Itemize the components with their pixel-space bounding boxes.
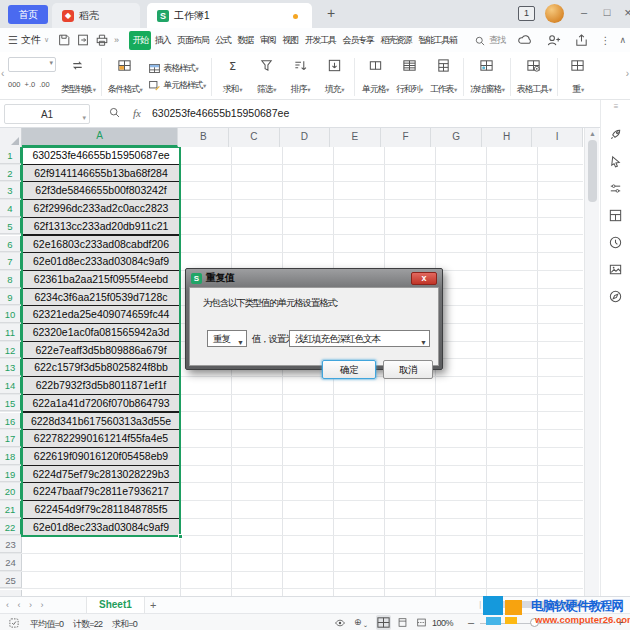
scroll-up-icon[interactable]: ▲ bbox=[589, 130, 596, 137]
row-header-6[interactable]: 6 bbox=[0, 236, 22, 253]
row-header-23[interactable]: 23 bbox=[0, 536, 22, 553]
ribbon-button-条件格式[interactable]: 条件格式▾ bbox=[105, 55, 145, 99]
row-header-11[interactable]: 11 bbox=[0, 324, 22, 341]
add-sheet-button[interactable]: + bbox=[150, 599, 156, 611]
grid-body[interactable]: 1234567891011121314151617181920212223242… bbox=[0, 147, 583, 596]
locate-target-icon[interactable]: ⊕ ˬ bbox=[354, 617, 367, 627]
ribbon-button-类型转换[interactable]: 类型转换▾ bbox=[58, 55, 98, 99]
number-format-combobox[interactable] bbox=[8, 57, 56, 72]
menu-公式[interactable]: 公式 bbox=[212, 31, 234, 50]
more-dots-icon[interactable]: ⋮ bbox=[600, 35, 610, 46]
menu-会员专享[interactable]: 会员专享 bbox=[339, 31, 377, 50]
document-count-badge[interactable]: 1 bbox=[518, 6, 535, 21]
row-header-24[interactable]: 24 bbox=[0, 554, 22, 571]
cell-A6[interactable]: 62e16803c233ad08cabdf206 bbox=[22, 235, 180, 254]
upload-share-icon[interactable] bbox=[574, 33, 589, 48]
column-header-I[interactable]: I bbox=[532, 128, 583, 147]
column-header-G[interactable]: G bbox=[431, 128, 482, 147]
sheet-nav-arrows[interactable]: ‹ ‹ › › bbox=[6, 600, 47, 610]
avatar[interactable] bbox=[545, 4, 564, 23]
page-break-view-button[interactable] bbox=[414, 615, 429, 630]
cell-A7[interactable]: 62e01d8ec233ad03084c9af9 bbox=[22, 252, 180, 271]
menu-视图[interactable]: 视图 bbox=[279, 31, 301, 50]
duplicate-type-dropdown[interactable]: 重复 ▼ bbox=[207, 330, 247, 347]
row-header-8[interactable]: 8 bbox=[0, 271, 22, 288]
selection-stats-icon[interactable] bbox=[8, 617, 20, 629]
vertical-scroll-thumb[interactable] bbox=[588, 140, 597, 202]
ribbon-button-填充[interactable]: 填充▾ bbox=[317, 55, 351, 99]
menu-开发工具[interactable]: 开发工具 bbox=[301, 31, 339, 50]
cell-A1[interactable]: 630253fe46655b15950687ee bbox=[22, 147, 180, 165]
maximize-button[interactable]: □ bbox=[599, 6, 615, 18]
menu-智能工具箱[interactable]: 智能工具箱 bbox=[415, 31, 461, 50]
row-header-4[interactable]: 4 bbox=[0, 200, 22, 217]
cell-A14[interactable]: 622b7932f3d5b8011871ef1f bbox=[22, 376, 180, 395]
numfmt-.00[interactable]: .00 bbox=[39, 80, 49, 89]
ribbon-button-冻结窗格[interactable]: 冻结窗格▾ bbox=[467, 55, 507, 99]
share-user-icon[interactable] bbox=[546, 33, 561, 48]
image-icon[interactable] bbox=[608, 262, 623, 277]
ribbon-scroll-right-icon[interactable]: › bbox=[626, 68, 629, 79]
column-header-B[interactable]: B bbox=[178, 128, 229, 147]
column-header-D[interactable]: D bbox=[280, 128, 331, 147]
name-box[interactable]: A1 bbox=[4, 104, 90, 124]
cell-A15[interactable]: 622a1a41d7206f070b864793 bbox=[22, 394, 180, 413]
cell-A20[interactable]: 62247baaf79c2811e7936217 bbox=[22, 482, 180, 501]
row-header-17[interactable]: 17 bbox=[0, 430, 22, 447]
ribbon-button-筛选[interactable]: 筛选▾ bbox=[249, 55, 283, 99]
cell-A18[interactable]: 622619f09016120f05458eb9 bbox=[22, 447, 180, 466]
cell-A17[interactable]: 6227822990161214f55fa4e5 bbox=[22, 429, 180, 448]
cell-A21[interactable]: 622454d9f79c2811848785f5 bbox=[22, 500, 180, 519]
menu-审阅[interactable]: 审阅 bbox=[256, 31, 278, 50]
row-header-25[interactable]: 25 bbox=[0, 572, 22, 589]
row-header-2[interactable]: 2 bbox=[0, 165, 22, 182]
dialog-close-button[interactable]: x bbox=[411, 272, 437, 285]
cell-A3[interactable]: 62f3de5846655b00f803242f bbox=[22, 181, 180, 200]
ribbon-button-单元格样式[interactable]: 单元格样式▾ bbox=[148, 79, 205, 92]
row-header-22[interactable]: 22 bbox=[0, 519, 22, 536]
eye-protection-icon[interactable] bbox=[334, 617, 346, 629]
row-header-13[interactable]: 13 bbox=[0, 359, 22, 376]
ribbon-button-重[interactable]: 重▾ bbox=[561, 55, 595, 99]
magnifier-icon[interactable] bbox=[108, 106, 121, 119]
ribbon-button-求和[interactable]: Σ求和▾ bbox=[215, 55, 249, 99]
menu-插入[interactable]: 插入 bbox=[151, 31, 173, 50]
file-menu[interactable]: ☰ 文件 ∨ bbox=[0, 33, 55, 47]
row-header-5[interactable]: 5 bbox=[0, 218, 22, 235]
docer-tab[interactable]: ◆ 稻壳 bbox=[52, 3, 140, 28]
cancel-button[interactable]: 取消 bbox=[383, 360, 433, 379]
cell-A5[interactable]: 62f1313cc233ad20db911c21 bbox=[22, 217, 180, 236]
menu-页面布局[interactable]: 页面布局 bbox=[174, 31, 212, 50]
dialog-titlebar[interactable]: S 重复值 bbox=[186, 269, 442, 287]
row-header-3[interactable]: 3 bbox=[0, 182, 22, 199]
new-tab-button[interactable]: + bbox=[322, 5, 340, 21]
normal-view-button[interactable] bbox=[376, 615, 391, 630]
ribbon-button-排序[interactable]: 排序▾ bbox=[283, 55, 317, 99]
cell-A4[interactable]: 62f2996dc233ad2c0acc2823 bbox=[22, 199, 180, 218]
cell-A22[interactable]: 62e01d8ec233ad03084c9af9 bbox=[22, 518, 180, 537]
minimize-button[interactable]: – bbox=[576, 6, 592, 18]
column-header-F[interactable]: F bbox=[381, 128, 432, 147]
row-header-15[interactable]: 15 bbox=[0, 395, 22, 412]
page-layout-view-button[interactable] bbox=[395, 615, 410, 630]
ribbon-button-工作表[interactable]: 工作表▾ bbox=[426, 55, 460, 99]
row-header-18[interactable]: 18 bbox=[0, 448, 22, 465]
save-icon[interactable] bbox=[57, 33, 72, 48]
cell-A19[interactable]: 6224d75ef79c2813028229b3 bbox=[22, 465, 180, 484]
fx-icon[interactable]: fx bbox=[133, 107, 141, 119]
menu-数据[interactable]: 数据 bbox=[234, 31, 256, 50]
numfmt-000[interactable]: 000 bbox=[8, 80, 21, 89]
cloud-sync-icon[interactable] bbox=[518, 33, 533, 48]
cell-A13[interactable]: 622c1579f3d5b8025824f8bb bbox=[22, 358, 180, 377]
row-header-10[interactable]: 10 bbox=[0, 306, 22, 323]
ribbon-button-单元格[interactable]: 单元格▾ bbox=[358, 55, 392, 99]
ok-button[interactable]: 确定 bbox=[322, 360, 376, 379]
row-header-9[interactable]: 9 bbox=[0, 289, 22, 306]
select-all-corner[interactable] bbox=[0, 128, 22, 147]
formula-value[interactable]: 630253fe46655b15950687ee bbox=[152, 107, 289, 119]
workbook-tab[interactable]: S 工作簿1 bbox=[147, 3, 312, 28]
search-box[interactable]: 查找 bbox=[472, 34, 505, 47]
panel-handle-icon[interactable]: ≡ bbox=[601, 102, 630, 111]
sliders-icon[interactable] bbox=[608, 181, 623, 196]
sheet-tab-sheet1[interactable]: Sheet1 bbox=[86, 597, 145, 613]
